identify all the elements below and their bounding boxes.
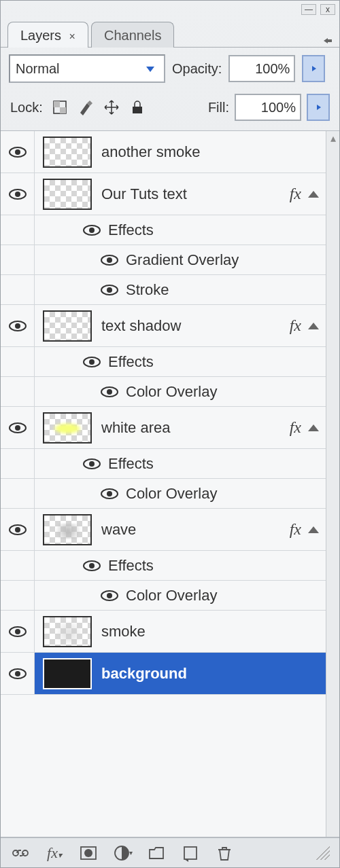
svg-point-35: [15, 671, 20, 676]
layer-thumbnail[interactable]: [43, 412, 92, 444]
effects-header[interactable]: Effects: [108, 221, 154, 239]
eye-icon[interactable]: [8, 668, 27, 680]
opacity-slider-button[interactable]: [302, 55, 325, 82]
add-mask-button[interactable]: [78, 844, 99, 862]
svg-point-25: [107, 491, 112, 496]
eye-icon[interactable]: [8, 626, 27, 638]
tab-layers[interactable]: Layers ×: [7, 22, 88, 48]
opacity-label: Opacity:: [172, 61, 222, 77]
effects-header[interactable]: Effects: [108, 352, 154, 371]
layer-name[interactable]: white area: [101, 419, 171, 437]
layer-thumbnail[interactable]: [43, 514, 92, 545]
layer-name[interactable]: another smoke: [101, 143, 201, 161]
fill-input[interactable]: 100%: [235, 94, 301, 121]
svg-rect-1: [54, 101, 60, 107]
blend-mode-select[interactable]: Normal: [9, 54, 165, 83]
eye-icon[interactable]: [8, 422, 27, 434]
layer-name[interactable]: text shadow: [101, 317, 181, 335]
delete-layer-button[interactable]: [214, 844, 235, 862]
resize-grip[interactable]: [316, 846, 330, 860]
svg-point-27: [15, 527, 20, 532]
effect-item[interactable]: Color Overlay: [126, 484, 217, 503]
collapse-effects-icon[interactable]: [308, 424, 319, 431]
layer-name[interactable]: smoke: [101, 623, 146, 640]
layer-thumbnail[interactable]: [43, 616, 92, 647]
effect-item[interactable]: Gradient Overlay: [126, 251, 239, 269]
collapse-effects-icon[interactable]: [308, 526, 319, 533]
layer-thumbnail[interactable]: [43, 310, 92, 342]
lock-fill-row: Lock: Fill: 100%: [1, 90, 339, 130]
panel-footer: fx▾ ▾: [1, 837, 339, 867]
svg-point-31: [107, 593, 112, 598]
effects-header[interactable]: Effects: [108, 454, 154, 473]
layer-name[interactable]: Our Tuts text: [101, 185, 187, 203]
fx-badge[interactable]: fx: [290, 418, 301, 437]
layer-thumbnail[interactable]: [43, 137, 92, 168]
layer-thumbnail[interactable]: [43, 179, 92, 210]
eye-icon[interactable]: [82, 560, 101, 572]
svg-point-17: [89, 359, 95, 365]
close-button[interactable]: x: [320, 4, 335, 15]
scroll-up-icon[interactable]: ▴: [326, 131, 339, 145]
effect-item[interactable]: Color Overlay: [126, 586, 217, 604]
effects-header[interactable]: Effects: [108, 556, 154, 575]
lock-transparency-button[interactable]: [51, 98, 69, 116]
collapse-effects-icon[interactable]: [308, 323, 319, 329]
scrollbar[interactable]: ▴: [326, 131, 339, 837]
eye-icon[interactable]: [100, 284, 119, 296]
opacity-input[interactable]: 100%: [228, 55, 295, 82]
tab-channels-label: Channels: [104, 28, 162, 43]
blend-mode-value: Normal: [16, 61, 59, 77]
tab-layers-label: Layers: [20, 28, 61, 43]
layer-name[interactable]: wave: [101, 521, 136, 539]
eye-icon[interactable]: [100, 386, 119, 398]
eye-icon[interactable]: [100, 254, 119, 266]
svg-point-13: [107, 287, 112, 293]
layer-row[interactable]: background: [1, 653, 326, 695]
lock-all-button[interactable]: [129, 98, 146, 116]
effects-group: Effects Color Overlay: [1, 551, 326, 611]
tab-close-icon[interactable]: ×: [69, 31, 75, 42]
eye-icon[interactable]: [82, 356, 101, 368]
minimize-button[interactable]: —: [301, 4, 316, 15]
layer-name[interactable]: background: [101, 665, 187, 683]
eye-icon[interactable]: [100, 590, 119, 602]
effect-item[interactable]: Stroke: [126, 281, 169, 299]
layer-style-button[interactable]: fx▾: [44, 844, 65, 862]
layer-row[interactable]: Our Tuts text fx: [1, 173, 326, 215]
svg-rect-41: [184, 847, 197, 859]
layer-row[interactable]: another smoke: [1, 131, 326, 173]
adjustment-layer-button[interactable]: ▾: [112, 844, 133, 862]
layer-row[interactable]: smoke: [1, 611, 326, 653]
svg-rect-2: [60, 107, 66, 113]
eye-icon[interactable]: [100, 488, 119, 500]
blend-opacity-row: Normal Opacity: 100%: [1, 48, 339, 90]
layer-row[interactable]: wave fx: [1, 509, 326, 551]
fx-badge[interactable]: fx: [290, 520, 301, 539]
new-layer-button[interactable]: [180, 844, 201, 862]
eye-icon[interactable]: [8, 188, 27, 200]
new-group-button[interactable]: [146, 844, 167, 862]
link-layers-button[interactable]: [10, 844, 31, 862]
fx-badge[interactable]: fx: [290, 317, 301, 335]
fill-value: 100%: [261, 100, 296, 115]
effect-item[interactable]: Color Overlay: [126, 382, 217, 401]
collapse-effects-icon[interactable]: [308, 191, 319, 198]
eye-icon[interactable]: [82, 224, 101, 236]
tab-channels[interactable]: Channels: [91, 22, 175, 48]
fx-badge[interactable]: fx: [290, 185, 301, 203]
layer-row[interactable]: white area fx: [1, 407, 326, 449]
eye-icon[interactable]: [82, 458, 101, 470]
lock-pixels-button[interactable]: [77, 98, 95, 116]
svg-point-21: [15, 425, 20, 431]
eye-icon[interactable]: [8, 524, 27, 536]
eye-icon[interactable]: [8, 146, 27, 158]
eye-icon[interactable]: [8, 320, 27, 332]
svg-point-19: [107, 389, 112, 395]
layer-row[interactable]: text shadow fx: [1, 305, 326, 347]
lock-position-button[interactable]: [103, 98, 120, 116]
panel-menu-button[interactable]: [322, 36, 334, 46]
fill-slider-button[interactable]: [307, 94, 330, 121]
layer-thumbnail[interactable]: [43, 658, 92, 689]
dropdown-icon: [142, 56, 158, 82]
